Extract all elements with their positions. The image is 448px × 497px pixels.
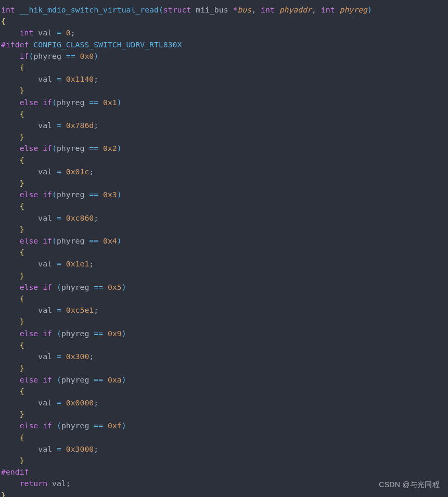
watermark: CSDN @与光同程 bbox=[379, 480, 440, 490]
kw-return: return bbox=[20, 479, 47, 488]
code-block: int __hik_mdio_switch_virtual_read(struc… bbox=[0, 0, 448, 497]
close-brace: } bbox=[1, 491, 6, 497]
func-name: __hik_mdio_switch_virtual_read bbox=[20, 5, 159, 14]
ifdef: #ifdef bbox=[1, 40, 33, 49]
param-bus: bus bbox=[237, 5, 251, 14]
macro-name: CONFIG_CLASS_SWITCH_UDRV_RTL830X bbox=[33, 40, 182, 49]
endif: #endif bbox=[1, 467, 29, 476]
open-brace: { bbox=[1, 17, 6, 26]
param-phyreg: phyreg bbox=[339, 5, 367, 14]
param-phyaddr: phyaddr bbox=[279, 5, 312, 14]
kw-int: int bbox=[1, 5, 15, 14]
var-val: val bbox=[38, 28, 52, 37]
